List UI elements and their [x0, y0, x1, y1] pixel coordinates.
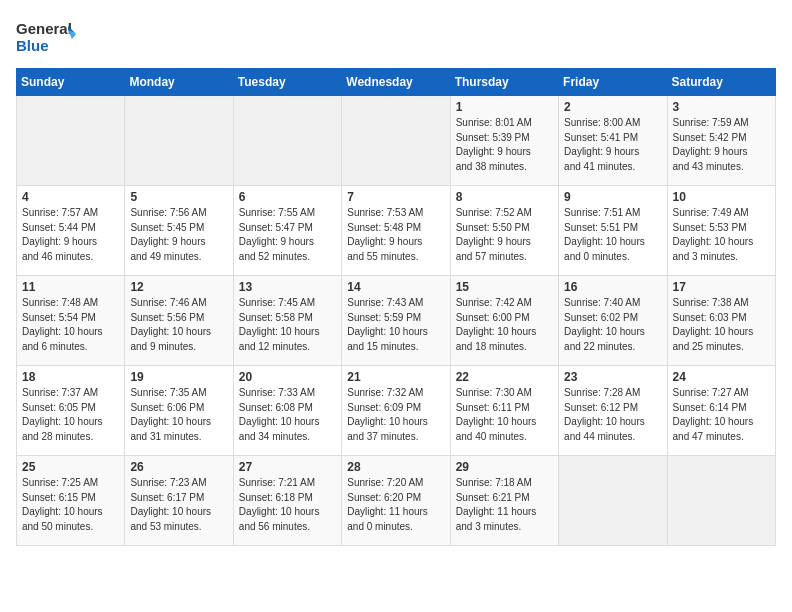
day-number: 8 [456, 190, 553, 204]
calendar-week-row: 25Sunrise: 7:25 AMSunset: 6:15 PMDayligh… [17, 456, 776, 546]
calendar-cell [17, 96, 125, 186]
day-number: 22 [456, 370, 553, 384]
calendar-cell: 28Sunrise: 7:20 AMSunset: 6:20 PMDayligh… [342, 456, 450, 546]
day-info: Sunrise: 7:56 AMSunset: 5:45 PMDaylight:… [130, 206, 227, 264]
day-number: 5 [130, 190, 227, 204]
day-info: Sunrise: 7:38 AMSunset: 6:03 PMDaylight:… [673, 296, 770, 354]
day-info: Sunrise: 7:57 AMSunset: 5:44 PMDaylight:… [22, 206, 119, 264]
calendar-week-row: 18Sunrise: 7:37 AMSunset: 6:05 PMDayligh… [17, 366, 776, 456]
calendar-day-header: Saturday [667, 69, 775, 96]
calendar-cell: 11Sunrise: 7:48 AMSunset: 5:54 PMDayligh… [17, 276, 125, 366]
calendar-cell [559, 456, 667, 546]
calendar-week-row: 11Sunrise: 7:48 AMSunset: 5:54 PMDayligh… [17, 276, 776, 366]
day-number: 27 [239, 460, 336, 474]
calendar-cell: 16Sunrise: 7:40 AMSunset: 6:02 PMDayligh… [559, 276, 667, 366]
day-number: 23 [564, 370, 661, 384]
calendar-cell: 4Sunrise: 7:57 AMSunset: 5:44 PMDaylight… [17, 186, 125, 276]
day-number: 9 [564, 190, 661, 204]
page-header: GeneralBlue [16, 16, 776, 56]
calendar-cell [125, 96, 233, 186]
day-info: Sunrise: 7:33 AMSunset: 6:08 PMDaylight:… [239, 386, 336, 444]
day-number: 10 [673, 190, 770, 204]
calendar-cell: 10Sunrise: 7:49 AMSunset: 5:53 PMDayligh… [667, 186, 775, 276]
day-info: Sunrise: 8:01 AMSunset: 5:39 PMDaylight:… [456, 116, 553, 174]
calendar-day-header: Wednesday [342, 69, 450, 96]
day-info: Sunrise: 7:27 AMSunset: 6:14 PMDaylight:… [673, 386, 770, 444]
calendar-cell: 18Sunrise: 7:37 AMSunset: 6:05 PMDayligh… [17, 366, 125, 456]
day-info: Sunrise: 7:59 AMSunset: 5:42 PMDaylight:… [673, 116, 770, 174]
day-info: Sunrise: 7:25 AMSunset: 6:15 PMDaylight:… [22, 476, 119, 534]
day-info: Sunrise: 7:18 AMSunset: 6:21 PMDaylight:… [456, 476, 553, 534]
calendar-cell: 22Sunrise: 7:30 AMSunset: 6:11 PMDayligh… [450, 366, 558, 456]
day-number: 28 [347, 460, 444, 474]
calendar-cell: 14Sunrise: 7:43 AMSunset: 5:59 PMDayligh… [342, 276, 450, 366]
calendar-day-header: Sunday [17, 69, 125, 96]
calendar-cell: 12Sunrise: 7:46 AMSunset: 5:56 PMDayligh… [125, 276, 233, 366]
calendar-cell: 19Sunrise: 7:35 AMSunset: 6:06 PMDayligh… [125, 366, 233, 456]
day-info: Sunrise: 7:45 AMSunset: 5:58 PMDaylight:… [239, 296, 336, 354]
day-number: 18 [22, 370, 119, 384]
calendar-cell: 24Sunrise: 7:27 AMSunset: 6:14 PMDayligh… [667, 366, 775, 456]
day-number: 6 [239, 190, 336, 204]
day-number: 4 [22, 190, 119, 204]
calendar-cell [233, 96, 341, 186]
day-info: Sunrise: 7:32 AMSunset: 6:09 PMDaylight:… [347, 386, 444, 444]
calendar-cell: 8Sunrise: 7:52 AMSunset: 5:50 PMDaylight… [450, 186, 558, 276]
day-info: Sunrise: 7:20 AMSunset: 6:20 PMDaylight:… [347, 476, 444, 534]
calendar-cell: 21Sunrise: 7:32 AMSunset: 6:09 PMDayligh… [342, 366, 450, 456]
svg-text:General: General [16, 20, 72, 37]
calendar-cell: 7Sunrise: 7:53 AMSunset: 5:48 PMDaylight… [342, 186, 450, 276]
calendar-cell: 25Sunrise: 7:25 AMSunset: 6:15 PMDayligh… [17, 456, 125, 546]
day-info: Sunrise: 7:21 AMSunset: 6:18 PMDaylight:… [239, 476, 336, 534]
calendar-cell: 2Sunrise: 8:00 AMSunset: 5:41 PMDaylight… [559, 96, 667, 186]
day-info: Sunrise: 7:51 AMSunset: 5:51 PMDaylight:… [564, 206, 661, 264]
day-info: Sunrise: 7:46 AMSunset: 5:56 PMDaylight:… [130, 296, 227, 354]
calendar-cell: 1Sunrise: 8:01 AMSunset: 5:39 PMDaylight… [450, 96, 558, 186]
day-number: 11 [22, 280, 119, 294]
calendar-cell: 9Sunrise: 7:51 AMSunset: 5:51 PMDaylight… [559, 186, 667, 276]
day-number: 15 [456, 280, 553, 294]
day-number: 7 [347, 190, 444, 204]
calendar-table: SundayMondayTuesdayWednesdayThursdayFrid… [16, 68, 776, 546]
day-number: 1 [456, 100, 553, 114]
day-info: Sunrise: 7:48 AMSunset: 5:54 PMDaylight:… [22, 296, 119, 354]
day-info: Sunrise: 7:37 AMSunset: 6:05 PMDaylight:… [22, 386, 119, 444]
day-info: Sunrise: 7:40 AMSunset: 6:02 PMDaylight:… [564, 296, 661, 354]
calendar-day-header: Friday [559, 69, 667, 96]
calendar-cell: 13Sunrise: 7:45 AMSunset: 5:58 PMDayligh… [233, 276, 341, 366]
day-info: Sunrise: 8:00 AMSunset: 5:41 PMDaylight:… [564, 116, 661, 174]
calendar-cell: 23Sunrise: 7:28 AMSunset: 6:12 PMDayligh… [559, 366, 667, 456]
day-number: 13 [239, 280, 336, 294]
day-info: Sunrise: 7:52 AMSunset: 5:50 PMDaylight:… [456, 206, 553, 264]
calendar-cell: 6Sunrise: 7:55 AMSunset: 5:47 PMDaylight… [233, 186, 341, 276]
day-number: 17 [673, 280, 770, 294]
day-number: 14 [347, 280, 444, 294]
calendar-cell: 15Sunrise: 7:42 AMSunset: 6:00 PMDayligh… [450, 276, 558, 366]
day-info: Sunrise: 7:28 AMSunset: 6:12 PMDaylight:… [564, 386, 661, 444]
day-info: Sunrise: 7:53 AMSunset: 5:48 PMDaylight:… [347, 206, 444, 264]
calendar-cell [342, 96, 450, 186]
calendar-cell: 5Sunrise: 7:56 AMSunset: 5:45 PMDaylight… [125, 186, 233, 276]
day-info: Sunrise: 7:43 AMSunset: 5:59 PMDaylight:… [347, 296, 444, 354]
calendar-cell: 17Sunrise: 7:38 AMSunset: 6:03 PMDayligh… [667, 276, 775, 366]
day-info: Sunrise: 7:42 AMSunset: 6:00 PMDaylight:… [456, 296, 553, 354]
day-number: 25 [22, 460, 119, 474]
day-number: 20 [239, 370, 336, 384]
calendar-cell: 3Sunrise: 7:59 AMSunset: 5:42 PMDaylight… [667, 96, 775, 186]
day-number: 12 [130, 280, 227, 294]
day-number: 24 [673, 370, 770, 384]
day-number: 2 [564, 100, 661, 114]
day-info: Sunrise: 7:35 AMSunset: 6:06 PMDaylight:… [130, 386, 227, 444]
calendar-day-header: Monday [125, 69, 233, 96]
calendar-cell [667, 456, 775, 546]
logo-icon: GeneralBlue [16, 16, 76, 56]
calendar-day-header: Thursday [450, 69, 558, 96]
calendar-header-row: SundayMondayTuesdayWednesdayThursdayFrid… [17, 69, 776, 96]
calendar-week-row: 1Sunrise: 8:01 AMSunset: 5:39 PMDaylight… [17, 96, 776, 186]
day-number: 16 [564, 280, 661, 294]
day-info: Sunrise: 7:49 AMSunset: 5:53 PMDaylight:… [673, 206, 770, 264]
calendar-cell: 20Sunrise: 7:33 AMSunset: 6:08 PMDayligh… [233, 366, 341, 456]
day-number: 29 [456, 460, 553, 474]
day-number: 3 [673, 100, 770, 114]
day-info: Sunrise: 7:55 AMSunset: 5:47 PMDaylight:… [239, 206, 336, 264]
